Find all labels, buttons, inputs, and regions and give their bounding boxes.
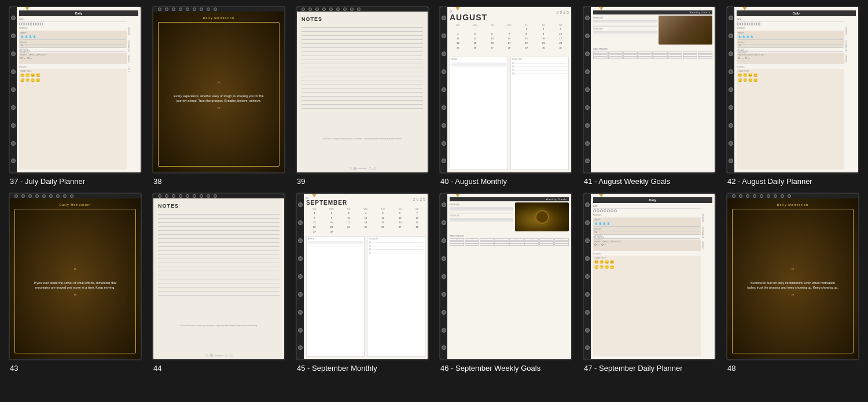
label-37: 37 - July Daily Planner xyxy=(9,177,142,186)
item-48[interactable]: Daily Motivation " Success is built on d… xyxy=(726,193,859,373)
thumbnail-45: Q3 SEPTEMBER 2 0 2 5 SUNMON TUEWED THUFR… xyxy=(296,193,429,360)
content-42: Daily DATE xyxy=(734,7,858,172)
motivation-label-48: Daily Motivation xyxy=(727,203,858,206)
item-47[interactable]: Daily DATE xyxy=(583,193,716,373)
label-42: 42 - August Daily Planner xyxy=(726,177,859,186)
item-41[interactable]: Weekly Goals PRIORITIES TO DO LIST xyxy=(583,6,716,186)
content-48: Daily Motivation " Success is built on d… xyxy=(727,198,858,360)
month-name-40: AUGUST xyxy=(450,13,487,22)
cal-grid-45: SUNMON TUEWED THUFRI SAT 12 34 567 8910 … xyxy=(306,208,425,234)
daily-header-42: Daily xyxy=(737,10,856,16)
week-img-41 xyxy=(659,16,712,45)
item-40[interactable]: Q3 AUGUST 2 0 2 5 SUNMON TUEWED THUFRI S… xyxy=(439,6,572,186)
year-40: 2 0 2 5 xyxy=(557,10,569,14)
thumbnail-37: Daily DATE xyxy=(9,6,142,174)
week-header-46: Weekly Goals xyxy=(450,197,569,201)
content-37: Daily DATE xyxy=(17,7,141,172)
cal-grid-40: SUNMON TUEWED THUFRI SAT -- -- 123 456 7… xyxy=(450,24,569,54)
week-img-46 xyxy=(515,202,569,231)
close-quote-48: " xyxy=(740,293,845,300)
item-37[interactable]: Daily DATE xyxy=(9,6,142,186)
label-47: 47 - September Daily Planner xyxy=(583,364,716,373)
month-name-45: SEPTEMBER xyxy=(306,200,347,206)
content-41: Weekly Goals PRIORITIES TO DO LIST xyxy=(591,7,715,172)
notes-flourish-39 xyxy=(301,167,423,172)
quote-text-43: If you ever doubt the power of small eff… xyxy=(23,275,128,294)
item-39[interactable]: NOTES Success isn't always about doing m… xyxy=(296,6,429,186)
content-44: NOTES You hold the power to rewrite your… xyxy=(153,198,284,360)
spiral-binding-46 xyxy=(440,194,447,359)
habit-section-41: HABIT TRACKER SU M T W TH F SA % xyxy=(593,47,712,59)
daily-header-37: Daily xyxy=(19,10,138,16)
thumbnail-41: Weekly Goals PRIORITIES TO DO LIST xyxy=(583,6,716,174)
open-quote-43: " xyxy=(23,268,128,275)
quote-text-38: Every experience, whether easy or tough,… xyxy=(166,88,271,107)
binding-top-43 xyxy=(10,194,141,198)
daily-header-47: Daily xyxy=(593,197,712,203)
label-41: 41 - August Weekly Goals xyxy=(583,177,716,186)
label-48: 48 xyxy=(726,364,859,373)
thumbnail-40: Q3 AUGUST 2 0 2 5 SUNMON TUEWED THUFRI S… xyxy=(439,6,572,174)
motivation-label-38: Daily Motivation xyxy=(153,16,284,20)
label-46: 46 - September Weekly Goals xyxy=(439,364,572,373)
item-45[interactable]: Q3 SEPTEMBER 2 0 2 5 SUNMON TUEWED THUFR… xyxy=(296,193,429,373)
bottom-area-45: NOTES TO DO LIST xyxy=(306,236,425,357)
item-42[interactable]: Daily DATE xyxy=(726,6,859,186)
label-40: 40 - August Monthly xyxy=(439,177,572,186)
spiral-binding-45 xyxy=(297,194,304,359)
item-38[interactable]: Daily Motivation " Every experience, whe… xyxy=(152,6,285,186)
label-38: 38 xyxy=(152,177,285,186)
thumbnail-grid: Daily DATE xyxy=(9,6,859,373)
content-39: NOTES Success isn't always about doing m… xyxy=(297,12,428,174)
notes-title-44: NOTES xyxy=(158,203,279,209)
notes-title-39: NOTES xyxy=(301,16,423,22)
spiral-binding-37 xyxy=(10,7,17,172)
thumbnail-39: NOTES Success isn't always about doing m… xyxy=(296,6,429,174)
label-45: 45 - September Monthly xyxy=(296,364,429,373)
close-quote-38: " xyxy=(166,106,271,113)
item-44[interactable]: NOTES You hold the power to rewrite your… xyxy=(152,193,285,373)
open-quote-38: " xyxy=(166,81,271,88)
thumbnail-38: Daily Motivation " Every experience, whe… xyxy=(152,6,285,174)
thumbnail-47: Daily DATE xyxy=(583,193,716,360)
year-45: 2 0 2 5 xyxy=(413,197,425,201)
label-43: 43 xyxy=(9,364,142,373)
notes-flourish-44 xyxy=(158,354,279,359)
thumbnail-48: Daily Motivation " Success is built on d… xyxy=(726,193,859,360)
month-header-40: Q3 AUGUST 2 0 2 5 xyxy=(450,10,569,22)
content-46: Weekly Goals PRIORITIES TO DO LIST xyxy=(447,194,571,359)
open-quote-48: " xyxy=(740,268,845,275)
spiral-binding-47 xyxy=(584,194,591,359)
binding-top-39 xyxy=(297,7,428,12)
habit-section-46: HABIT TRACKER SU M T W TH F SA % xyxy=(450,234,569,246)
thumbnail-43: Daily Motivation " If you ever doubt the… xyxy=(9,193,142,360)
week-header-41: Weekly Goals xyxy=(593,10,712,14)
week-top-46: PRIORITIES TO DO LIST xyxy=(450,202,569,231)
content-38: Daily Motivation " Every experience, whe… xyxy=(153,12,284,174)
bottom-area-40: NOTES TO DO LIST xyxy=(450,57,569,170)
notes-footer-39: Success isn't always about doing more, s… xyxy=(301,138,423,140)
content-43: Daily Motivation " If you ever doubt the… xyxy=(10,198,141,360)
content-45: Q3 SEPTEMBER 2 0 2 5 SUNMON TUEWED THUFR… xyxy=(304,194,428,359)
item-46[interactable]: Weekly Goals PRIORITIES TO DO LIST xyxy=(439,193,572,373)
thumbnail-44: NOTES You hold the power to rewrite your… xyxy=(152,193,285,360)
spiral-binding-42 xyxy=(727,7,734,172)
spiral-binding-40 xyxy=(440,7,447,172)
month-header-45: Q3 SEPTEMBER 2 0 2 5 xyxy=(306,197,425,206)
content-47: Daily DATE xyxy=(591,194,715,359)
binding-top-48 xyxy=(727,194,858,198)
spiral-binding-41 xyxy=(584,7,591,172)
week-top-41: PRIORITIES TO DO LIST xyxy=(593,16,712,45)
motivation-label-43: Daily Motivation xyxy=(10,203,141,206)
binding-top-38 xyxy=(153,7,284,12)
notes-footer-44: You hold the power to rewrite your story… xyxy=(158,324,279,327)
thumbnail-42: Daily DATE xyxy=(726,6,859,174)
close-quote-43: " xyxy=(23,293,128,300)
thumbnail-46: Weekly Goals PRIORITIES TO DO LIST xyxy=(439,193,572,360)
label-39: 39 xyxy=(296,177,429,186)
label-44: 44 xyxy=(152,364,285,373)
binding-top-44 xyxy=(153,194,284,198)
quote-text-48: Success is built on daily commitment, ev… xyxy=(740,275,845,294)
content-40: Q3 AUGUST 2 0 2 5 SUNMON TUEWED THUFRI S… xyxy=(447,7,571,172)
item-43[interactable]: Daily Motivation " If you ever doubt the… xyxy=(9,193,142,373)
